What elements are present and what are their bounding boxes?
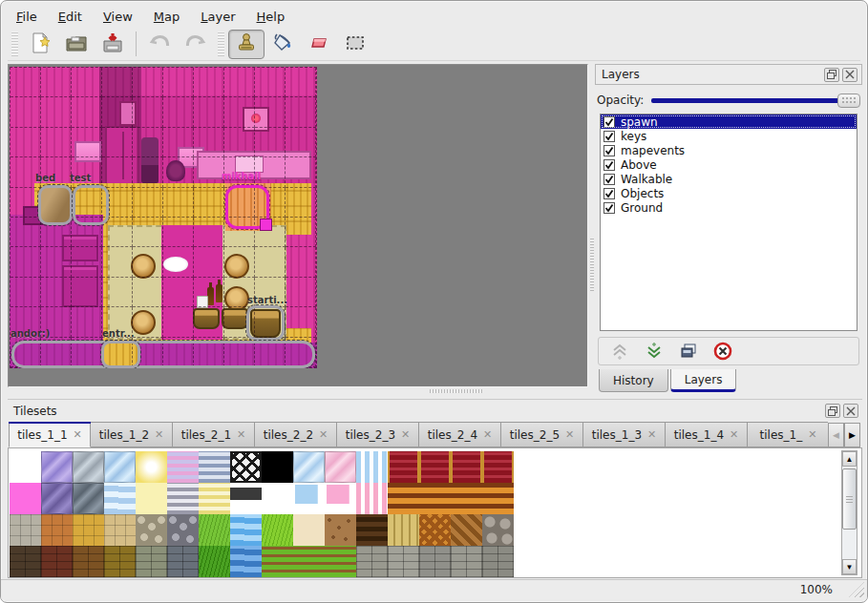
tileset-tile-40[interactable] xyxy=(262,514,293,546)
stamp-brush-button[interactable] xyxy=(228,30,265,59)
tileset-tile-8[interactable] xyxy=(262,451,293,483)
eraser-button[interactable] xyxy=(301,30,337,59)
layer-visibility-checkbox[interactable] xyxy=(603,202,615,214)
tileset-tile-32[interactable] xyxy=(10,514,41,546)
close-tab-icon[interactable]: ✕ xyxy=(401,428,410,441)
layer-visibility-checkbox[interactable] xyxy=(603,116,615,128)
layer-visibility-checkbox[interactable] xyxy=(603,145,615,156)
delete-layer-button[interactable] xyxy=(711,340,734,363)
tileset-tile-10[interactable] xyxy=(325,451,356,483)
close-tab-icon[interactable]: ✕ xyxy=(565,428,574,441)
tileset-tile-15[interactable] xyxy=(482,451,514,483)
tileset-tile-25[interactable] xyxy=(293,483,325,514)
tileset-tab-tiles_2_4[interactable]: tiles_2_4✕ xyxy=(419,422,501,447)
map[interactable]: bed test mikhail andor:) entr... starti.… xyxy=(10,67,317,368)
tileset-tile-58[interactable] xyxy=(325,546,356,577)
redo-button[interactable] xyxy=(178,30,214,59)
tileset-tile-55[interactable] xyxy=(230,546,262,577)
tileset-tile-43[interactable] xyxy=(356,514,388,546)
menu-view[interactable]: View xyxy=(95,8,141,26)
tileset-tile-49[interactable] xyxy=(41,546,73,577)
close-tab-icon[interactable]: ✕ xyxy=(155,428,163,441)
tileset-tile-34[interactable] xyxy=(73,514,104,546)
tileset-tile-27[interactable] xyxy=(356,483,388,514)
tileset-tile-14[interactable] xyxy=(451,451,482,483)
tileset-tab-tiles_2_2[interactable]: tiles_2_2✕ xyxy=(255,422,337,447)
tileset-tile-3[interactable] xyxy=(104,451,136,483)
layer-row-Ground[interactable]: Ground xyxy=(601,200,857,215)
tileset-tile-11[interactable] xyxy=(356,451,388,483)
opacity-slider-track[interactable] xyxy=(651,98,857,103)
layer-row-mapevents[interactable]: mapevents xyxy=(601,143,857,157)
close-tab-icon[interactable]: ✕ xyxy=(730,428,738,441)
tileset-tile-56[interactable] xyxy=(262,546,293,577)
object-resize-handle[interactable] xyxy=(260,218,272,231)
tileset-tile-21[interactable] xyxy=(167,483,199,514)
layer-visibility-checkbox[interactable] xyxy=(603,131,615,142)
tileset-tile-12[interactable] xyxy=(388,451,419,483)
scrollbar-thumb[interactable] xyxy=(842,468,857,530)
menu-map[interactable]: Map xyxy=(145,8,188,26)
layer-visibility-checkbox[interactable] xyxy=(603,188,615,199)
tileset-tile-1[interactable] xyxy=(41,451,73,483)
layer-visibility-checkbox[interactable] xyxy=(603,159,615,171)
tileset-tile-31[interactable] xyxy=(482,483,514,514)
raise-layer-button[interactable] xyxy=(608,340,631,363)
scroll-down-button[interactable]: ▼ xyxy=(842,559,857,574)
map-object-bed[interactable] xyxy=(38,185,73,225)
close-tab-icon[interactable]: ✕ xyxy=(74,428,82,441)
layer-visibility-checkbox[interactable] xyxy=(603,174,615,185)
close-panel-button[interactable] xyxy=(843,404,858,418)
tileset-tile-62[interactable] xyxy=(451,546,482,577)
layer-row-keys[interactable]: keys xyxy=(601,129,857,143)
close-tab-icon[interactable]: ✕ xyxy=(647,428,656,441)
layer-row-spawn[interactable]: spawn xyxy=(601,114,857,129)
tileset-tab-tiles_1_2[interactable]: tiles_1_2✕ xyxy=(91,422,173,447)
layer-row-Above[interactable]: Above xyxy=(601,157,857,172)
tileset-tile-28[interactable] xyxy=(388,483,419,514)
close-tab-icon[interactable]: ✕ xyxy=(483,428,492,441)
map-object-start[interactable] xyxy=(246,305,285,341)
undo-button[interactable] xyxy=(141,30,178,59)
tileset-tile-61[interactable] xyxy=(419,546,451,577)
tileset-tab-tiles_1_4[interactable]: tiles_1_4✕ xyxy=(666,422,748,447)
tileset-tile-52[interactable] xyxy=(136,546,167,577)
tileset-tile-42[interactable] xyxy=(325,514,356,546)
tileset-tab-tiles_2_1[interactable]: tiles_2_1✕ xyxy=(173,422,255,447)
float-panel-button[interactable] xyxy=(825,404,840,418)
close-panel-button[interactable] xyxy=(842,68,857,82)
tileset-tile-46[interactable] xyxy=(451,514,482,546)
tileset-tile-24[interactable] xyxy=(262,483,293,514)
duplicate-layer-button[interactable] xyxy=(677,340,700,363)
scroll-up-button[interactable]: ▲ xyxy=(842,451,857,467)
tileset-tile-20[interactable] xyxy=(136,483,167,514)
tileset-tile-48[interactable] xyxy=(10,546,41,577)
tileset-tile-51[interactable] xyxy=(104,546,136,577)
bucket-fill-button[interactable] xyxy=(265,30,301,59)
map-canvas[interactable]: bed test mikhail andor:) entr... starti.… xyxy=(8,64,588,387)
opacity-slider-handle[interactable] xyxy=(837,94,860,108)
tileset-tile-39[interactable] xyxy=(230,514,262,546)
tileset-tab-tiles_1_[interactable]: tiles_1_✕ xyxy=(748,422,828,447)
tileset-tile-41[interactable] xyxy=(293,514,325,546)
tileset-tile-18[interactable] xyxy=(73,483,104,514)
scroll-tabs-right-button[interactable]: ▶ xyxy=(844,423,860,447)
menu-file[interactable]: File xyxy=(8,8,46,26)
tileset-tile-38[interactable] xyxy=(199,514,230,546)
menu-layer[interactable]: Layer xyxy=(192,8,243,26)
tileset-tile-16[interactable] xyxy=(10,483,41,514)
tileset-tile-17[interactable] xyxy=(41,483,73,514)
tileset-tile-7[interactable] xyxy=(230,451,262,483)
tileset-tile-37[interactable] xyxy=(167,514,199,546)
save-button[interactable] xyxy=(95,30,131,59)
tileset-tile-36[interactable] xyxy=(136,514,167,546)
tileset-tile-4[interactable] xyxy=(136,451,167,483)
tileset-tile-47[interactable] xyxy=(482,514,514,546)
splitter-grip[interactable] xyxy=(430,389,483,393)
horizontal-splitter[interactable] xyxy=(8,387,588,395)
map-object-test[interactable] xyxy=(73,185,109,225)
tileset-tile-30[interactable] xyxy=(451,483,482,514)
tileset-tile-57[interactable] xyxy=(293,546,325,577)
tileset-tile-19[interactable] xyxy=(104,483,136,514)
tileset-tile-59[interactable] xyxy=(356,546,388,577)
